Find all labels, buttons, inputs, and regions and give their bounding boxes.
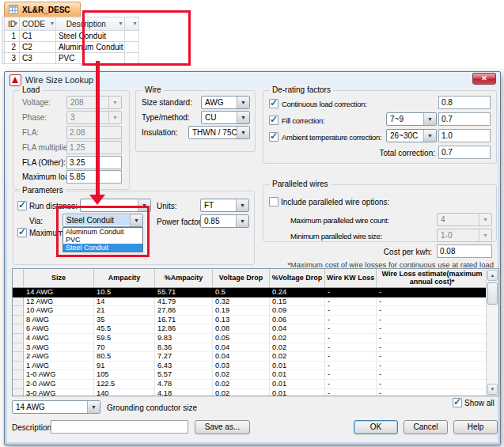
table-header-row: ID ▾ CODE ▾ Description ▾ ▾ <box>2 17 139 31</box>
cell-id[interactable]: 1 <box>5 31 20 42</box>
fill-correction-field[interactable]: 0.7 <box>438 112 491 126</box>
ambient-range-combo[interactable]: 26~30C ▼ <box>386 129 437 142</box>
ambient-temperature-checkbox[interactable] <box>269 132 279 142</box>
size-standard-value: AWG <box>203 97 237 108</box>
fla-other-field[interactable]: 3.25 <box>66 156 122 169</box>
grid-row-selector[interactable] <box>13 380 24 389</box>
fill-range-combo[interactable]: 7~9 ▼ <box>386 112 437 126</box>
scrollbar-thumb[interactable] <box>487 282 498 305</box>
scrollbar-up-icon[interactable]: ▲ <box>487 270 498 281</box>
include-paralleled-checkbox[interactable] <box>269 197 279 206</box>
grid-row[interactable]: 4 AWG59.59.830.050.02-- <box>13 334 498 343</box>
table-row[interactable]: 2C2Aluminum Conduit <box>2 42 139 53</box>
run-distance-checkbox[interactable] <box>17 201 27 210</box>
grid-row[interactable]: 8 AWG3516.710.130.06-- <box>13 316 498 325</box>
grid-row[interactable]: 2 AWG80.57.270.040.02-- <box>13 352 498 362</box>
units-value: FT <box>203 200 236 210</box>
cell-code[interactable]: C3 <box>20 53 56 64</box>
grid-row[interactable]: 12 AWG1441.790.320.15-- <box>13 297 498 307</box>
scrollbar-down-icon[interactable]: ▼ <box>487 384 498 395</box>
grid-row-selector[interactable] <box>13 389 24 396</box>
cell-extra[interactable] <box>124 31 138 42</box>
table-tab[interactable]: XL&R_DESC <box>4 2 81 17</box>
cancel-button[interactable]: Cancel <box>404 420 448 434</box>
cell-extra[interactable] <box>124 42 138 53</box>
column-dropdown-icon[interactable]: ▾ <box>119 20 123 27</box>
grid-header-pct-voltage-drop[interactable]: %Voltage Drop <box>270 269 325 287</box>
grid-header-voltage-drop[interactable]: Voltage Drop <box>213 269 270 287</box>
grid-row[interactable]: 1-0 AWG1055.570.020.01-- <box>13 370 498 380</box>
continuous-load-checkbox[interactable] <box>269 99 279 108</box>
column-dropdown-icon[interactable]: ▾ <box>51 20 54 27</box>
grid-row-selector[interactable] <box>13 362 24 371</box>
grid-row[interactable]: 6 AWG45.512.860.080.04-- <box>13 324 498 334</box>
grid-row-selector[interactable] <box>13 334 24 343</box>
grid-row[interactable]: 1 AWG916.430.030.01-- <box>13 362 498 371</box>
grid-row-selector[interactable] <box>13 288 24 297</box>
grid-row[interactable]: 14 AWG10.555.710.50.24-- <box>13 288 498 297</box>
cell-id[interactable]: 3 <box>5 53 20 64</box>
cell-description[interactable]: PVC <box>55 53 124 64</box>
power-factor-combo[interactable]: 0.85 ▼ <box>200 214 249 228</box>
grid-row-selector[interactable] <box>13 352 24 362</box>
grid-cell: 6.43 <box>155 362 213 371</box>
cell-description[interactable]: Steel Conduit <box>55 31 124 42</box>
table-row[interactable]: 3C3PVC <box>2 53 139 64</box>
total-correction-field[interactable]: 0.7 <box>438 146 491 159</box>
column-dropdown-icon[interactable]: ▾ <box>134 20 137 27</box>
close-button[interactable]: ✕ <box>472 73 496 85</box>
column-header-id[interactable]: ID ▾ <box>5 17 20 31</box>
insulation-combo[interactable]: THWN / 75C ▼ <box>188 126 250 139</box>
column-header-code[interactable]: CODE ▾ <box>20 17 56 31</box>
size-standard-combo[interactable]: AWG ▼ <box>201 96 250 109</box>
grid-cell: 0.02 <box>270 352 325 362</box>
type-method-combo[interactable]: CU ▼ <box>201 111 250 124</box>
grid-row[interactable]: 2-0 AWG122.54.780.020.01-- <box>13 380 498 389</box>
table-row[interactable]: 1C1Steel Conduit <box>2 31 139 42</box>
grid-header-wire-kw-loss[interactable]: Wire KW Loss <box>325 269 377 287</box>
column-dropdown-icon[interactable]: ▾ <box>14 20 17 27</box>
grid-row[interactable]: 10 AWG2127.860.190.09-- <box>13 306 498 316</box>
grid-row[interactable]: 3-0 AWG1404.180.020.01-- <box>13 389 498 396</box>
column-header-description[interactable]: Description ▾ <box>55 17 124 31</box>
units-combo[interactable]: FT ▼ <box>200 199 249 212</box>
grid-row-selector[interactable] <box>13 370 24 380</box>
dialog-titlebar[interactable]: Wire Size Lookup <box>5 72 500 88</box>
grid-header-size[interactable]: Size <box>24 269 94 287</box>
maximum-percent-checkbox[interactable] <box>17 228 27 237</box>
grid-cell: 0.15 <box>270 297 325 307</box>
grid-header-pct-ampacity[interactable]: %Ampacity <box>155 269 213 287</box>
grid-cell: 0.02 <box>213 380 270 389</box>
help-button[interactable]: Help <box>453 420 498 434</box>
cell-description[interactable]: Aluminum Conduit <box>55 42 124 53</box>
cell-extra[interactable] <box>124 53 138 64</box>
cell-code[interactable]: C1 <box>20 31 56 42</box>
grid-row[interactable]: 3 AWG708.360.040.02-- <box>13 343 498 353</box>
column-header-extra[interactable]: ▾ <box>124 17 138 31</box>
description-input[interactable] <box>51 420 188 434</box>
fill-correction-checkbox[interactable] <box>269 116 279 125</box>
grid-scrollbar[interactable]: ▲ ▼ <box>486 269 498 396</box>
grid-row-selector[interactable] <box>13 297 24 307</box>
maximum-load-field[interactable]: 5.85 <box>66 170 122 184</box>
dropdown-option[interactable]: Steel Conduit <box>63 244 142 252</box>
grid-row-selector[interactable] <box>13 306 24 316</box>
grid-row-selector[interactable] <box>13 316 24 325</box>
ok-button[interactable]: OK <box>354 420 398 434</box>
grid-row-selector[interactable] <box>13 324 24 334</box>
cell-code[interactable]: C2 <box>20 42 56 53</box>
grid-row-selector[interactable] <box>13 343 24 353</box>
dropdown-option[interactable]: Aluminum Conduit <box>63 228 142 236</box>
cell-id[interactable]: 2 <box>5 42 20 53</box>
show-all-checkbox[interactable] <box>453 398 462 407</box>
ambient-temperature-field[interactable]: 1.0 <box>438 129 491 142</box>
run-distance-combo[interactable]: ▼ <box>80 199 151 212</box>
grid-header-ampacity[interactable]: Ampacity <box>94 269 155 287</box>
grounding-conductor-combo[interactable]: 14 AWG ▼ <box>12 400 100 414</box>
dropdown-option[interactable]: PVC <box>63 236 142 244</box>
cost-per-kwh-field[interactable]: 0.08 <box>437 244 492 258</box>
continuous-load-field[interactable]: 0.8 <box>438 96 491 109</box>
save-as-button[interactable]: Save as... <box>195 420 250 434</box>
via-combo[interactable]: Steel Conduit ▼ <box>63 214 143 227</box>
grid-header-wire-loss-estimate[interactable]: Wire Loss estimate(maximum annual cost)* <box>377 269 487 287</box>
